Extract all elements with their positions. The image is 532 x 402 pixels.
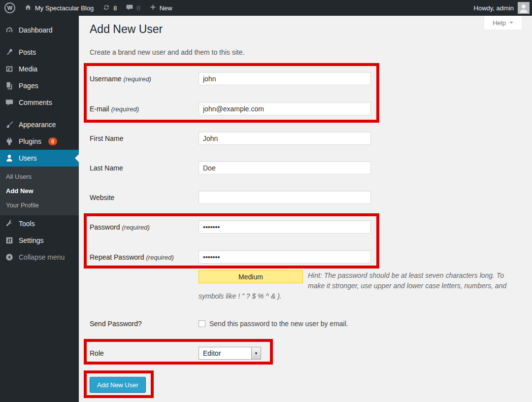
username-row: Username(required) bbox=[90, 72, 371, 85]
wrench-icon bbox=[4, 219, 14, 229]
comment-bubble-icon bbox=[4, 98, 14, 107]
site-name-link[interactable]: My Spectacular Blog bbox=[20, 0, 98, 16]
username-label: Username(required) bbox=[90, 75, 199, 83]
sidebar-item-posts[interactable]: Posts bbox=[0, 44, 79, 61]
sidebar-label: Pages bbox=[19, 82, 38, 90]
sidebar-item-plugins[interactable]: Plugins 8 bbox=[0, 133, 79, 150]
comment-bubble-icon bbox=[126, 3, 133, 13]
user-icon bbox=[4, 153, 14, 163]
admin-bar: W My Spectacular Blog 8 bbox=[0, 0, 532, 16]
chevron-down-icon bbox=[509, 22, 513, 26]
send-password-checkbox[interactable] bbox=[199, 320, 205, 327]
last-name-label: Last Name bbox=[90, 164, 199, 172]
repeat-password-label: Repeat Password(required) bbox=[90, 253, 199, 261]
sidebar-label: Tools bbox=[19, 220, 35, 228]
sidebar-label: Media bbox=[19, 65, 37, 73]
plug-icon bbox=[4, 136, 14, 146]
submenu-item-add-new[interactable]: Add New bbox=[0, 184, 79, 198]
update-count: 8 bbox=[113, 4, 117, 12]
page-subtitle: Create a brand new user and add them to … bbox=[90, 48, 244, 56]
my-account-menu[interactable]: Howdy, admin bbox=[474, 0, 532, 16]
website-label: Website bbox=[90, 194, 199, 201]
pushpin-icon bbox=[4, 47, 14, 57]
sidebar-item-dashboard[interactable]: Dashboard bbox=[0, 22, 79, 38]
password-strength-section: Medium Hint: The password should be at l… bbox=[199, 270, 514, 302]
last-name-row: Last Name bbox=[90, 161, 371, 174]
last-name-input[interactable] bbox=[199, 161, 371, 174]
sidebar-item-comments[interactable]: Comments bbox=[0, 94, 79, 111]
sidebar-item-users[interactable]: Users bbox=[0, 150, 79, 167]
dropdown-arrow-icon: ▼ bbox=[251, 347, 261, 359]
website-input[interactable] bbox=[199, 191, 371, 204]
updates-link[interactable]: 8 bbox=[98, 0, 121, 16]
avatar bbox=[518, 2, 530, 14]
sidebar-label: Comments bbox=[19, 99, 52, 106]
plus-icon bbox=[149, 3, 157, 12]
plugins-update-badge: 8 bbox=[48, 137, 57, 145]
role-select[interactable]: Editor ▼ bbox=[199, 347, 261, 360]
sidebar-item-pages[interactable]: Pages bbox=[0, 77, 79, 94]
admin-bar-left: W My Spectacular Blog 8 bbox=[0, 0, 177, 16]
home-icon bbox=[24, 3, 32, 13]
wordpress-admin-page: W My Spectacular Blog 8 bbox=[0, 0, 532, 402]
password-strength-meter: Medium bbox=[199, 270, 303, 283]
repeat-password-input[interactable] bbox=[199, 250, 371, 264]
email-field[interactable] bbox=[199, 102, 371, 115]
media-icon bbox=[4, 64, 14, 74]
comments-link[interactable]: 0 bbox=[121, 0, 144, 16]
users-submenu: All Users Add New Your Profile bbox=[0, 167, 79, 215]
current-menu-arrow bbox=[71, 154, 79, 162]
sidebar-label: Users bbox=[19, 154, 37, 162]
first-name-input[interactable] bbox=[199, 132, 371, 145]
password-row: Password(required) bbox=[90, 220, 371, 234]
add-new-user-button[interactable]: Add New User bbox=[90, 377, 146, 393]
sidebar-label: Posts bbox=[19, 48, 36, 56]
comment-count: 0 bbox=[136, 4, 140, 12]
password-label: Password(required) bbox=[90, 223, 199, 231]
new-content-menu[interactable]: New bbox=[145, 0, 177, 16]
page-title: Add New User bbox=[90, 22, 163, 36]
repeat-password-row: Repeat Password(required) bbox=[90, 250, 371, 264]
pages-icon bbox=[4, 81, 14, 91]
website-row: Website bbox=[90, 191, 371, 204]
send-password-checkbox-label: Send this password to the new user by em… bbox=[209, 320, 348, 328]
send-password-row: Send Password? Send this password to the… bbox=[90, 317, 348, 331]
help-button[interactable]: Help bbox=[484, 16, 522, 30]
collapse-arrow-icon bbox=[4, 252, 14, 262]
sidebar-label: Settings bbox=[19, 236, 44, 244]
sidebar-label: Collapse menu bbox=[19, 253, 65, 261]
email-label: E-mail(required) bbox=[90, 105, 199, 113]
submenu-item-all-users[interactable]: All Users bbox=[0, 169, 79, 184]
sidebar-label: Appearance bbox=[19, 121, 56, 129]
role-row: Role Editor ▼ bbox=[90, 347, 261, 360]
username-input[interactable] bbox=[199, 72, 371, 85]
first-name-label: First Name bbox=[90, 134, 199, 142]
new-label: New bbox=[160, 4, 172, 12]
submenu-item-your-profile[interactable]: Your Profile bbox=[0, 198, 79, 212]
help-label: Help bbox=[493, 19, 506, 27]
role-label: Role bbox=[90, 349, 199, 357]
main-content: Help Add New User Create a brand new use… bbox=[79, 16, 532, 402]
sidebar-item-settings[interactable]: Settings bbox=[0, 232, 79, 249]
wordpress-logo-menu[interactable]: W bbox=[0, 0, 20, 16]
sidebar-item-tools[interactable]: Tools bbox=[0, 215, 79, 232]
site-name-label: My Spectacular Blog bbox=[35, 4, 94, 12]
paintbrush-icon bbox=[4, 120, 14, 130]
settings-sliders-icon bbox=[4, 235, 14, 245]
sidebar-label: Plugins bbox=[19, 137, 41, 145]
sidebar-item-appearance[interactable]: Appearance bbox=[0, 116, 79, 133]
role-selected-value: Editor bbox=[199, 347, 251, 359]
sidebar-item-media[interactable]: Media bbox=[0, 61, 79, 77]
updates-icon bbox=[102, 3, 110, 13]
admin-menu: Dashboard Posts Media bbox=[0, 16, 79, 402]
first-name-row: First Name bbox=[90, 132, 371, 145]
howdy-label: Howdy, admin bbox=[474, 4, 514, 12]
wordpress-logo-icon: W bbox=[4, 2, 15, 13]
password-input[interactable] bbox=[199, 220, 371, 234]
sidebar-label: Dashboard bbox=[19, 26, 53, 34]
dashboard-icon bbox=[4, 25, 14, 35]
email-row: E-mail(required) bbox=[90, 102, 371, 115]
send-password-label: Send Password? bbox=[90, 320, 199, 328]
collapse-menu-button[interactable]: Collapse menu bbox=[0, 249, 79, 266]
